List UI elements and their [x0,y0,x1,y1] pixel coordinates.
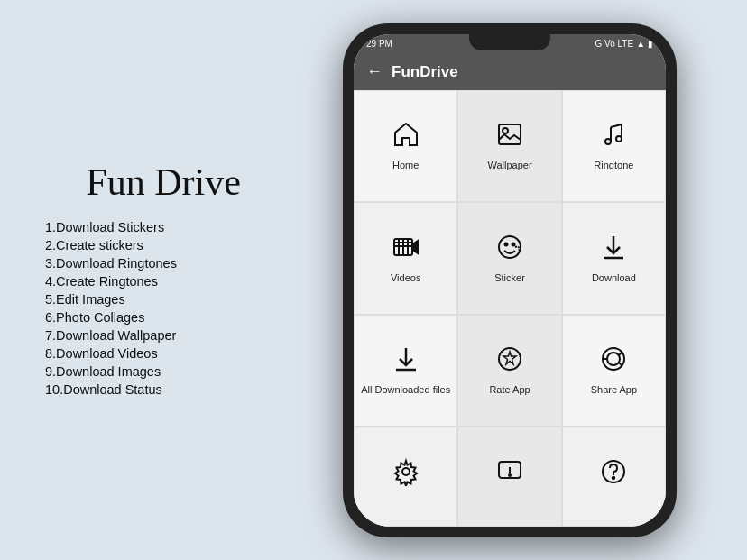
ringtone-label: Ringtone [594,159,633,171]
grid-cell-settings[interactable] [354,427,457,526]
feature-item: 10.Download Status [45,382,281,397]
page-wrapper: Fun Drive 1.Download Stickers2.Create st… [0,0,747,560]
svg-line-23 [619,352,622,355]
phone-screen: 29 PM G Vo LTE ▲ ▮ ← FunDrive [354,34,666,527]
grid-cell-sticker[interactable]: Sticker [457,202,561,315]
svg-point-14 [505,243,508,245]
grid-cell-rate[interactable]: Rate App [457,315,561,427]
grid-cell-download[interactable]: Download [562,202,666,315]
svg-point-31 [613,477,614,479]
battery-icon: ▮ [648,39,653,49]
app-header-title: FunDrive [392,63,458,81]
app-grid: Home Wallpaper [354,90,666,527]
feature-item: 9.Download Images [45,364,281,379]
share-icon [599,344,628,378]
home-icon [392,120,420,153]
rate-label: Rate App [489,383,530,396]
sticker-icon [495,233,524,266]
feature-item: 1.Download Stickers [45,220,281,234]
help-icon [599,457,628,491]
left-panel: Fun Drive 1.Download Stickers2.Create st… [27,151,300,409]
ringtone-icon [599,120,628,153]
svg-point-1 [503,128,508,133]
videos-label: Videos [391,271,420,284]
home-label: Home [392,159,419,171]
grid-cell-all-downloaded[interactable]: All Downloaded files [354,315,457,427]
feature-item: 4.Create Ringtones [45,274,281,289]
wallpaper-label: Wallpaper [487,159,531,171]
grid-cell-ringtone[interactable]: Ringtone [562,90,666,203]
share-label: Share App [591,383,637,396]
all-downloaded-label: All Downloaded files [361,383,450,396]
svg-rect-0 [499,124,521,144]
status-time: 29 PM [366,39,392,49]
grid-cell-feedback[interactable] [457,427,561,526]
app-header: ← FunDrive [354,54,666,90]
phone-notch [469,34,550,50]
app-title: Fun Drive [45,161,281,204]
feature-item: 5.Edit Images [45,292,281,307]
all-downloaded-icon [392,344,420,378]
feature-item: 8.Download Videos [45,346,281,361]
download-icon [599,233,628,266]
grid-cell-share[interactable]: Share App [562,315,666,427]
back-button[interactable]: ← [366,62,383,81]
settings-icon [392,457,420,491]
rate-icon [495,344,524,378]
wallpaper-icon [495,120,524,153]
grid-cell-videos[interactable]: Videos [354,202,457,315]
status-icons: G Vo LTE ▲ ▮ [595,39,654,49]
svg-point-13 [499,236,521,258]
svg-point-26 [402,468,410,475]
download-label: Download [592,271,636,284]
feature-item: 7.Download Wallpaper [45,328,281,343]
signal-text: G Vo LTE [595,39,634,49]
svg-line-6 [611,124,622,127]
phone-outer: 29 PM G Vo LTE ▲ ▮ ← FunDrive [343,23,677,537]
grid-cell-help[interactable] [562,427,666,526]
phone-wrapper: 29 PM G Vo LTE ▲ ▮ ← FunDrive [300,23,720,537]
svg-point-29 [509,474,511,476]
grid-cell-wallpaper[interactable]: Wallpaper [457,90,561,203]
svg-point-15 [512,243,515,245]
feature-item: 6.Photo Collages [45,310,281,325]
videos-icon [392,233,420,266]
feature-list: 1.Download Stickers2.Create stickers3.Do… [45,220,281,397]
sticker-label: Sticker [494,271,525,284]
feature-item: 2.Create stickers [45,238,281,252]
svg-line-24 [619,363,622,366]
svg-point-22 [607,353,620,365]
feedback-icon [495,457,524,491]
feature-item: 3.Download Ringtones [45,256,281,271]
grid-cell-home[interactable]: Home [354,90,457,203]
wifi-icon: ▲ [636,39,645,49]
